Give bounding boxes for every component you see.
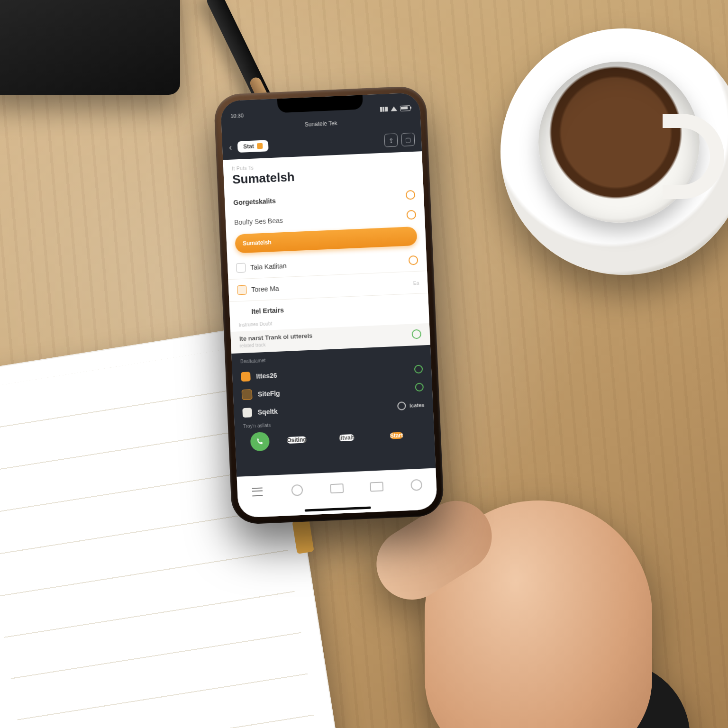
secondary-sublabel bbox=[346, 443, 347, 448]
list-item-label: Boulty Ses Beas bbox=[234, 217, 283, 226]
notebook-tab-orange bbox=[292, 519, 314, 554]
card-icon bbox=[370, 482, 383, 491]
phone-screen: 10:30 Sunatele Tek ‹ Stat ⇪ bbox=[220, 92, 437, 518]
nav-refresh[interactable] bbox=[287, 482, 307, 498]
call-label bbox=[260, 453, 261, 458]
list-item-label: Toree Ma bbox=[251, 285, 279, 294]
square-icon bbox=[241, 372, 251, 382]
list-item-meta: Ea bbox=[413, 280, 419, 286]
right-chip-label: Icates bbox=[410, 402, 425, 408]
menu-icon bbox=[252, 487, 263, 496]
coffee-cup bbox=[538, 62, 700, 223]
checkbox-icon[interactable] bbox=[236, 263, 246, 273]
nav-menu[interactable] bbox=[247, 484, 267, 500]
radio-icon[interactable] bbox=[409, 255, 419, 265]
bookmark-icon[interactable]: ▢ bbox=[401, 133, 415, 146]
desk-scene: its Iseg Fits al lisates 10:30 Sunatel bbox=[0, 0, 728, 728]
radio-icon[interactable] bbox=[406, 190, 416, 200]
go-button[interactable]: Start bbox=[390, 432, 403, 439]
go-button-label: Start bbox=[390, 432, 403, 439]
phone-icon bbox=[256, 437, 264, 446]
circle-icon bbox=[410, 479, 422, 491]
radio-icon[interactable] bbox=[397, 401, 406, 410]
primary-button[interactable]: Ositing bbox=[287, 436, 307, 444]
share-icon[interactable]: ⇪ bbox=[384, 133, 398, 147]
list-item-label: Tala Katlitan bbox=[250, 262, 287, 271]
status-time: 10:30 bbox=[230, 112, 244, 118]
primary-sublabel bbox=[296, 445, 298, 450]
pill-label: Sumatelsh bbox=[243, 239, 272, 247]
radio-icon[interactable] bbox=[414, 364, 423, 373]
phone-frame: 10:30 Sunatele Tek ‹ Stat ⇪ bbox=[213, 86, 444, 525]
secondary-button-label: litvalt bbox=[339, 434, 354, 441]
nav-card-2[interactable] bbox=[366, 479, 387, 494]
header-tab[interactable]: Stat bbox=[237, 140, 269, 153]
refresh-icon bbox=[291, 484, 303, 496]
nav-circle[interactable] bbox=[406, 477, 427, 492]
main-content: It Puts Ts Sumatelsh Gorgetskalits Boult… bbox=[223, 151, 429, 332]
call-button[interactable] bbox=[250, 432, 270, 452]
tab-badge-icon bbox=[257, 143, 263, 149]
radio-icon[interactable] bbox=[415, 382, 424, 391]
nav-card-1[interactable] bbox=[327, 481, 347, 496]
checkbox-icon[interactable] bbox=[237, 285, 247, 295]
wifi-icon bbox=[391, 106, 397, 111]
square-outline-icon bbox=[242, 389, 253, 400]
signal-icon bbox=[380, 107, 388, 112]
back-button[interactable]: ‹ bbox=[229, 142, 232, 152]
secondary-button[interactable]: litvalt bbox=[339, 434, 354, 441]
tab-label: Stat bbox=[243, 143, 254, 150]
radio-icon[interactable] bbox=[406, 210, 416, 220]
radio-icon[interactable] bbox=[411, 329, 421, 339]
card-icon bbox=[330, 483, 344, 493]
square-icon bbox=[242, 408, 252, 418]
battery-icon bbox=[400, 105, 411, 111]
list-item-label: Sqeltk bbox=[257, 408, 278, 416]
dark-section: Bealtatamet Ittes26 SiteFlg Sqeltk bbox=[231, 345, 436, 477]
notebook-text: its Iseg Fits al lisates bbox=[0, 717, 34, 728]
list-item-label: Ittes26 bbox=[256, 372, 277, 380]
go-sublabel bbox=[396, 440, 397, 446]
list-item-label: Gorgetskalits bbox=[233, 197, 276, 207]
list-item-label: Itel Ertairs bbox=[251, 306, 284, 315]
list-item-label: SiteFlg bbox=[258, 390, 280, 398]
dark-object-corner bbox=[0, 0, 180, 95]
primary-button-label: Ositing bbox=[287, 436, 307, 444]
